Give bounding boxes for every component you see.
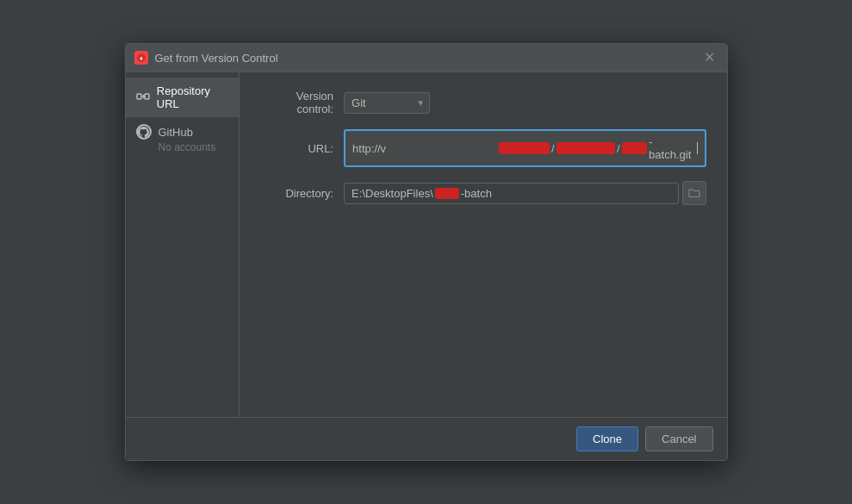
browse-button[interactable]	[682, 181, 706, 205]
svg-text:♦: ♦	[140, 55, 143, 61]
main-form: Version control: Git Mercurial Subversio…	[239, 72, 726, 417]
version-control-select-wrapper: Git Mercurial Subversion ▼	[344, 92, 430, 114]
repository-url-label: Repository URL	[157, 84, 228, 110]
url-control: / / -batch.git	[344, 129, 706, 167]
directory-control: E:\DesktopFiles\ -batch	[344, 181, 706, 205]
version-control-select[interactable]: Git Mercurial Subversion	[344, 92, 430, 114]
url-label: URL:	[260, 142, 333, 155]
directory-row: Directory: E:\DesktopFiles\ -batch	[260, 181, 706, 205]
version-control-label: Version control:	[260, 90, 333, 115]
github-sub-label: No accounts	[159, 141, 229, 153]
directory-input-wrapper: E:\DesktopFiles\ -batch	[344, 181, 706, 205]
sidebar-item-repository-url[interactable]: Repository URL	[126, 78, 239, 117]
dialog-title: Get from Version Control	[155, 52, 278, 65]
url-suffix: -batch.git	[649, 135, 693, 161]
cancel-button[interactable]: Cancel	[645, 426, 712, 451]
dir-redacted	[435, 188, 459, 199]
url-slash-2: /	[617, 142, 620, 155]
dialog-content: Repository URL GitHub No accounts	[126, 72, 727, 417]
titlebar: ♦ Get from Version Control ✕	[126, 44, 727, 72]
clone-button[interactable]: Clone	[576, 426, 638, 451]
url-redacted-3	[622, 142, 647, 154]
close-button[interactable]: ✕	[700, 49, 718, 66]
dir-text-1: E:\DesktopFiles\	[351, 187, 433, 200]
repository-url-icon	[136, 90, 150, 106]
directory-label: Directory:	[260, 187, 333, 200]
url-slash-1: /	[551, 142, 555, 155]
github-label: GitHub	[159, 126, 193, 139]
github-icon	[136, 124, 152, 140]
sidebar: Repository URL GitHub No accounts	[126, 72, 240, 417]
version-control-row: Version control: Git Mercurial Subversio…	[260, 90, 706, 115]
directory-display: E:\DesktopFiles\ -batch	[344, 183, 678, 204]
url-input[interactable]	[352, 142, 497, 155]
app-icon: ♦	[134, 51, 148, 65]
url-row: URL: / / -batch.git	[260, 129, 706, 167]
svg-rect-2	[137, 94, 141, 99]
dialog-footer: Clone Cancel	[126, 417, 727, 460]
sidebar-item-github[interactable]: GitHub No accounts	[126, 117, 239, 160]
url-cursor	[697, 142, 698, 154]
titlebar-left: ♦ Get from Version Control	[134, 51, 278, 65]
get-from-vcs-dialog: ♦ Get from Version Control ✕ Reposi	[125, 43, 728, 461]
dir-text-2: -batch	[461, 187, 492, 200]
url-input-container: / / -batch.git	[344, 129, 706, 167]
github-item-top: GitHub	[136, 124, 229, 140]
url-redacted-2	[557, 142, 616, 154]
url-redacted-1	[499, 142, 550, 154]
version-control-control: Git Mercurial Subversion ▼	[344, 92, 706, 114]
